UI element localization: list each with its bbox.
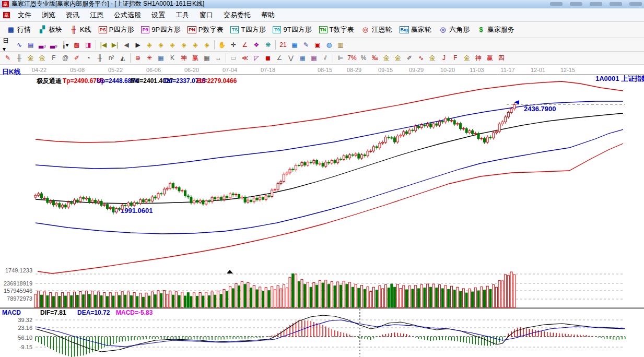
shen-angle-tool-icon[interactable]: 神	[473, 53, 484, 63]
workstation-button-icon[interactable]: ▥	[335, 40, 346, 50]
gold-angle-tool-icon[interactable]: 金	[427, 53, 438, 63]
kline-button[interactable]: ╫K线	[66, 23, 95, 36]
width-measure-tool-icon[interactable]: ↔	[213, 53, 224, 63]
wave-tool-icon[interactable]: ⋁	[285, 53, 297, 63]
volume-profile-icon-icon[interactable]: ◨	[83, 40, 94, 50]
menu-item-4[interactable]: 公式选股	[109, 9, 146, 21]
menu-item-5[interactable]: 设置	[146, 9, 170, 21]
menu-item-2[interactable]: 资讯	[61, 9, 85, 21]
gold-level-tool-icon[interactable]: 金	[392, 53, 404, 63]
j-angle-tool-icon[interactable]: J	[438, 53, 450, 63]
network-button-icon[interactable]: ◍	[323, 40, 335, 50]
diamond-full-icon-icon[interactable]: ◈	[201, 40, 213, 50]
ying-angle-tool-icon[interactable]: 赢	[484, 53, 496, 63]
gold-grid-2-tool-icon[interactable]: 金	[37, 53, 48, 63]
first-bar-button-icon[interactable]: |◀	[98, 40, 109, 50]
titlebar-control-icon[interactable]	[610, 2, 622, 6]
web-grid-tool-icon[interactable]: ▦	[155, 53, 167, 63]
menu-item-6[interactable]: 工具	[170, 9, 194, 21]
permille-tool-icon[interactable]: ‰	[369, 53, 381, 63]
diamond-compress-icon-icon[interactable]: ◈	[178, 40, 190, 50]
dark-fan-tool-icon[interactable]: ◼	[262, 53, 274, 63]
time-cycle-tool-icon[interactable]: ◔	[83, 53, 94, 63]
target-circle-tool-icon[interactable]: ⊕	[132, 53, 144, 63]
detail-list-icon-icon[interactable]: ▤	[25, 40, 37, 50]
boxed-fan-tool-icon[interactable]: ◸	[251, 53, 262, 63]
gann-wheel-button[interactable]: ◎江恩轮	[358, 23, 396, 36]
ruler-grid-tool-icon[interactable]: ▦	[201, 53, 213, 63]
diamond-expand-icon-icon[interactable]: ◈	[190, 40, 201, 50]
sectors-button[interactable]: ▞板块	[34, 23, 66, 36]
pen-2-tool-icon[interactable]: ✐	[404, 53, 415, 63]
menu-item-0[interactable]: 文件	[13, 9, 37, 21]
gann-web-tool-icon[interactable]: ✳	[144, 53, 155, 63]
9t-square-button[interactable]: T99T四方形	[269, 23, 315, 36]
titlebar[interactable]: 赢 赢家江恩专业版[赢家内部服务平台] - [上证指数 SH1A0001-161…	[0, 0, 644, 8]
curve-pattern-icon-icon[interactable]: ∿	[14, 40, 25, 50]
winner-service-button[interactable]: $赢家服务	[473, 23, 518, 36]
gold-angle-2-tool-icon[interactable]: 金	[461, 53, 473, 63]
save-button-icon[interactable]: ▣	[312, 40, 323, 50]
gann-tool-teal-icon[interactable]: ❋	[262, 40, 274, 50]
diamond-left-icon-icon[interactable]: ◈	[144, 40, 155, 50]
seven-percent-tool-icon[interactable]: 7%	[346, 53, 358, 63]
p-table-button[interactable]: PNP数字表	[184, 23, 227, 36]
t-square-button[interactable]: TST四方形	[227, 23, 269, 36]
grid-tool-icon[interactable]: ╫	[94, 53, 106, 63]
pen-grid-tool-icon[interactable]: ✐	[71, 53, 83, 63]
menu-item-7[interactable]: 窗口	[194, 9, 218, 21]
p-square-button[interactable]: PSP四方形	[95, 23, 138, 36]
pen-tool-icon[interactable]: ✎	[2, 53, 14, 63]
grid-dot-tool-icon[interactable]: ▦	[297, 53, 308, 63]
gold-circle-tool-icon[interactable]: 金	[381, 53, 392, 63]
percent-tool-icon[interactable]: %	[358, 53, 369, 63]
crosshair-tool-icon[interactable]: ✛	[228, 40, 239, 50]
box-tool-icon[interactable]: ▭	[228, 53, 239, 63]
menu-item-8[interactable]: 交易委托	[218, 9, 256, 21]
f-angle-tool-icon[interactable]: F	[450, 53, 461, 63]
shen-grid-tool-icon[interactable]: 神	[178, 53, 190, 63]
next-bar-button-icon[interactable]: ▶	[132, 40, 144, 50]
titlebar-control-icon[interactable]	[550, 2, 563, 6]
ying-grid-tool-icon[interactable]: 赢	[190, 53, 201, 63]
notes-button-icon[interactable]: ✎	[300, 40, 312, 50]
titlebar-control-icon[interactable]	[590, 2, 602, 6]
hand-tool-icon[interactable]: ✋	[216, 40, 228, 50]
kline-chart-canvas[interactable]	[0, 65, 644, 357]
menu-item-1[interactable]: 浏览	[37, 9, 61, 21]
menu-item-3[interactable]: 江恩	[85, 9, 109, 21]
diamond-left2-icon-icon[interactable]: ◈	[167, 40, 178, 50]
titlebar-controls[interactable]	[550, 2, 642, 6]
f-grid-tool-icon[interactable]: F	[48, 53, 60, 63]
wave-box-tool-icon[interactable]: ∿	[415, 53, 427, 63]
menu-item-9[interactable]: 帮助	[256, 9, 280, 21]
last-bar-button-icon[interactable]: ▶|	[109, 40, 121, 50]
gann-tool-purple-icon[interactable]: ❖	[251, 40, 262, 50]
grid-dot-2-tool-icon[interactable]: ▦	[308, 53, 320, 63]
angle-measure-tool-icon[interactable]: ∠	[239, 40, 251, 50]
spiral-tool-icon[interactable]: @	[60, 53, 71, 63]
9p-square-button[interactable]: P99P四方形	[137, 23, 184, 36]
fan-tool-icon[interactable]: ≪	[239, 53, 251, 63]
titlebar-control-icon[interactable]	[570, 2, 582, 6]
gold-grid-tool-icon[interactable]: 金	[25, 53, 37, 63]
mirror-tool-icon[interactable]: ◭	[117, 53, 128, 63]
chart-9-icon-icon[interactable]: ▃₉	[48, 40, 60, 50]
four-angle-tool-icon[interactable]: 四	[496, 53, 507, 63]
titlebar-control-icon[interactable]	[629, 2, 642, 6]
parallel-lines-tool-icon[interactable]: ⫽	[320, 53, 331, 63]
calendar-button-icon[interactable]: 21	[277, 40, 289, 50]
chart-area[interactable]: 04-2205-0805-2206-0606-2007-0407-1808-15…	[0, 65, 644, 357]
diamond-right-icon-icon[interactable]: ◈	[155, 40, 167, 50]
gann-grid-tool-icon[interactable]: ╫	[14, 53, 25, 63]
scale-tool-icon[interactable]: ⊫	[335, 53, 346, 63]
quotes-button[interactable]: ▦行情	[3, 23, 34, 36]
candle-style-selector-icon[interactable]: ╽▾	[60, 40, 71, 50]
k-measure-tool-icon[interactable]: K	[167, 53, 178, 63]
calculator-button-icon[interactable]: ▦	[289, 40, 300, 50]
chart-3-icon-icon[interactable]: ▃₃	[37, 40, 48, 50]
hexagon-button[interactable]: ◎六角形	[435, 23, 473, 36]
n-square-tool-icon[interactable]: n²	[106, 53, 117, 63]
gann-pattern-icon-icon[interactable]: ▩	[71, 40, 83, 50]
t-table-button[interactable]: TNT数字表	[315, 23, 358, 36]
